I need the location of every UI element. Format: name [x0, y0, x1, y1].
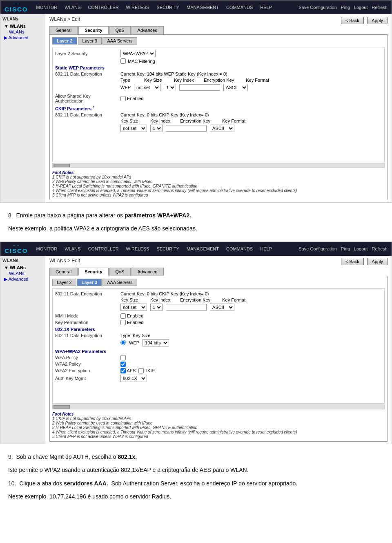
sidebar-item-wlans[interactable]: ▼ WLANs — [2, 23, 43, 29]
ckip2-enckey-input[interactable] — [166, 304, 207, 311]
dot1x-type-radio[interactable] — [120, 340, 126, 345]
main-nav-2: MONITOR WLANs CONTROLLER WIRELESS SECURI… — [36, 246, 291, 251]
sidebar-title-1: WLANs — [2, 16, 43, 21]
nav2-wlans[interactable]: WLANs — [65, 246, 80, 251]
nav2-management[interactable]: MANAGEMENT — [187, 246, 219, 251]
shared-key-checkbox[interactable] — [120, 96, 126, 101]
tabs-row-1: General Security QoS Advanced — [49, 26, 388, 34]
wep-keysize-select[interactable]: not set — [134, 84, 160, 91]
refresh-link-2[interactable]: Refresh — [372, 246, 388, 251]
sidebar-sub-wlans-2[interactable]: WLANs — [2, 271, 43, 276]
back-button-2[interactable]: < Back — [341, 258, 364, 265]
step9-para: 9. Sob a chave Mgmt do AUTH, escolha o 8… — [8, 452, 384, 461]
ckip2-headers: Key Size Key Index Encryption Key Key Fo… — [120, 297, 382, 302]
sidebar-item-wlans-2[interactable]: ▼ WLANs — [2, 264, 43, 271]
layer2-security-row: Layer 2 Security WPA+WPA2 — [55, 50, 382, 57]
dot1x-values-row: WEP 104 bits — [120, 339, 382, 346]
layer2-security-label: Layer 2 Security — [55, 51, 120, 56]
mac-filtering-checkbox[interactable] — [120, 58, 126, 64]
keyperm-checkbox[interactable] — [120, 320, 126, 325]
tabs-row-2: General Security QoS Advanced — [49, 268, 388, 276]
ckip2-keyindex-header: Key Index — [150, 297, 179, 302]
wpa2-policy-checkbox[interactable] — [120, 362, 126, 367]
h-scrollbar-1[interactable] — [52, 163, 385, 168]
subtab-layer2-2[interactable]: Layer 2 — [52, 279, 76, 286]
mmh-checkbox[interactable] — [120, 313, 126, 319]
nav-help[interactable]: HELP — [260, 5, 272, 10]
subtab-layer3-2[interactable]: Layer 3 — [77, 279, 102, 286]
ping-link[interactable]: Ping — [341, 5, 350, 10]
wpa2-policy-row: WPA2 Policy — [55, 362, 382, 367]
apply-button-2[interactable]: Apply — [367, 258, 388, 265]
subtab-layer2-1[interactable]: Layer 2 — [52, 37, 77, 45]
step10-num: 10. — [8, 480, 16, 487]
nav-wlans[interactable]: WLANs — [65, 5, 80, 10]
tab-security-1[interactable]: Security — [78, 26, 108, 34]
wpa2-aes-checkbox[interactable] — [120, 368, 126, 373]
h-scrollbar-2[interactable] — [52, 404, 385, 409]
nav-monitor[interactable]: MONITOR — [36, 5, 58, 10]
nav-management[interactable]: MANAGEMENT — [187, 5, 219, 10]
keyperm-row: Key Permutation Enabled — [55, 320, 382, 325]
dot1x-keysize-select[interactable]: 104 bits — [143, 339, 169, 346]
sidebar-item-advanced-2[interactable]: ▶ Advanced — [2, 276, 43, 283]
foot-notes-title-2: Foot Notes — [52, 412, 385, 416]
nav-security[interactable]: SECURITY — [156, 5, 179, 10]
step8-para: 8. Enrole para baixo a página para alter… — [8, 211, 384, 220]
ckip-enckey-input[interactable] — [166, 125, 207, 132]
save-config-link-2[interactable]: Save Configuration — [298, 246, 337, 251]
layer2-security-select[interactable]: WPA+WPA2 — [120, 50, 156, 57]
step8-num: 8. — [8, 212, 13, 219]
refresh-link[interactable]: Refresh — [372, 5, 388, 10]
subtabs-row-1: Layer 2 Layer 3 AAA Servers — [52, 37, 385, 45]
dot1x-section: 802.1X Parameters — [55, 327, 382, 332]
wep-keyformat-select[interactable]: ASCII — [223, 84, 248, 91]
back-button-1[interactable]: < Back — [341, 17, 364, 24]
nav2-monitor[interactable]: MONITOR — [36, 246, 58, 251]
subtab-aaa-1[interactable]: AAA Servers — [102, 37, 137, 45]
nav2-security[interactable]: SECURITY — [156, 246, 179, 251]
nav2-controller[interactable]: CONTROLLER — [88, 246, 118, 251]
logout-link-2[interactable]: Logout — [354, 246, 368, 251]
nav2-commands[interactable]: COMMANDS — [226, 246, 253, 251]
nav-wireless[interactable]: WIRELESS — [126, 5, 149, 10]
logout-link[interactable]: Logout — [354, 5, 368, 10]
prose-section-1: 8. Enrole para baixo a página para alter… — [0, 207, 392, 241]
nav2-wireless[interactable]: WIRELESS — [126, 246, 149, 251]
ckip-keyindex-select[interactable]: 1 — [150, 125, 163, 132]
tab-general-1[interactable]: General — [49, 26, 78, 34]
apply-button-1[interactable]: Apply — [367, 17, 388, 24]
ckip-section: CKIP Parameters 1 — [55, 105, 382, 111]
tab-advanced-2[interactable]: Advanced — [131, 268, 164, 276]
ckip-enckey-header: Encryption Key — [180, 118, 221, 123]
ckip-keyformat-select[interactable]: ASCII — [210, 125, 234, 132]
tab-qos-2[interactable]: QoS — [109, 268, 131, 276]
sidebar-item-advanced[interactable]: ▶ Advanced — [2, 34, 43, 41]
wep-enckey-input[interactable] — [179, 84, 220, 91]
ping-link-2[interactable]: Ping — [341, 246, 350, 251]
ckip2-keysize-select[interactable]: not set — [120, 304, 147, 311]
ckip-keysize-select[interactable]: not set — [120, 125, 147, 132]
scroll-panel-1[interactable]: Layer 2 Security WPA+WPA2 MAC Filtering … — [52, 47, 385, 162]
subtab-layer3-1[interactable]: Layer 3 — [78, 37, 102, 45]
nav2-help[interactable]: HELP — [260, 246, 272, 251]
wpa2-policy-label: WPA2 Policy — [55, 362, 120, 366]
scroll-panel-2[interactable]: 802.11 Data Encryption Current Key: 0 bi… — [52, 288, 385, 404]
ckip2-keyindex-select[interactable]: 1 — [150, 304, 163, 311]
tab-qos-1[interactable]: QoS — [109, 26, 131, 34]
save-config-link[interactable]: Save Configuration — [298, 5, 337, 10]
nav-commands[interactable]: COMMANDS — [226, 5, 253, 10]
nav-controller[interactable]: CONTROLLER — [88, 5, 118, 10]
tab-security-2[interactable]: Security — [78, 268, 108, 276]
subtab-aaa-2[interactable]: AAA Servers — [102, 279, 137, 286]
tab-general-2[interactable]: General — [49, 268, 78, 276]
wep-keyindex-select[interactable]: 1 — [164, 84, 176, 91]
ckip2-keyformat-select[interactable]: ASCII — [210, 304, 234, 311]
auth-key-mgmt-select[interactable]: 802.1X — [120, 375, 147, 382]
keyperm-label: Key Permutation — [55, 320, 120, 325]
wpa-policy-checkbox[interactable] — [120, 355, 126, 360]
wpa2-tkip-checkbox[interactable] — [138, 368, 144, 373]
sidebar-sub-wlans[interactable]: WLANs — [2, 29, 43, 34]
tab-advanced-1[interactable]: Advanced — [131, 26, 164, 34]
wep-enc-row: 802.11 Data Encryption Current Key: 104 … — [55, 72, 382, 76]
